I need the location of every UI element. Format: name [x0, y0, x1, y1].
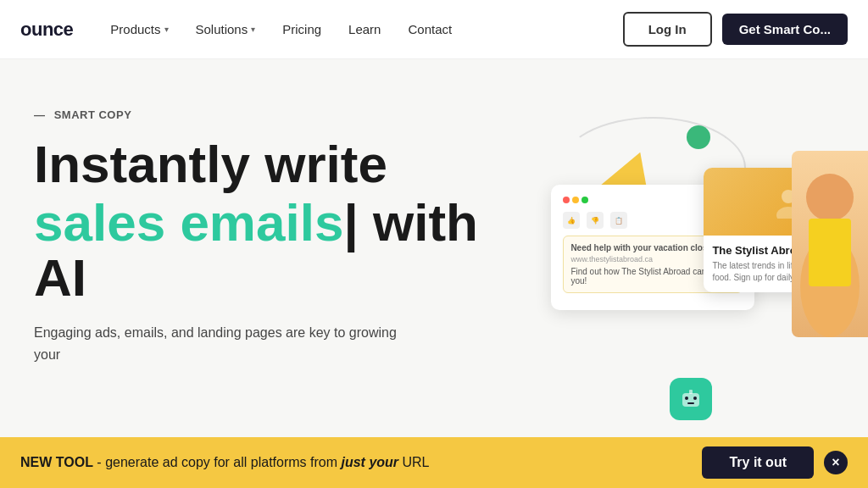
logo[interactable]: ounce — [20, 19, 73, 41]
person-image — [792, 151, 868, 337]
nav-item-solutions[interactable]: Solutions ▾ — [186, 15, 266, 43]
person-silhouette — [792, 151, 868, 337]
banner-desc-after: URL — [398, 455, 429, 469]
svg-rect-8 — [687, 402, 694, 404]
nav-item-products[interactable]: Products ▾ — [100, 15, 178, 43]
svg-rect-5 — [682, 393, 699, 407]
login-button[interactable]: Log In — [623, 12, 712, 47]
nav-links: Products ▾ Solutions ▾ Pricing Learn Con… — [100, 15, 462, 43]
chevron-down-icon: ▾ — [164, 25, 169, 34]
banner-right: Try it out × — [702, 446, 848, 479]
nav-item-pricing[interactable]: Pricing — [272, 15, 331, 43]
bot-icon — [670, 378, 712, 420]
promo-banner: NEW TOOL - generate ad copy for all plat… — [0, 437, 868, 488]
dot-yellow — [572, 197, 579, 203]
hero-section: — SMART COPY Instantly write sales email… — [0, 59, 868, 437]
new-tool-label: NEW TOOL — [20, 455, 93, 469]
window-dots — [563, 197, 588, 203]
banner-text: NEW TOOL - generate ad copy for all plat… — [20, 455, 430, 470]
chevron-down-icon: ▾ — [251, 25, 255, 34]
close-banner-button[interactable]: × — [824, 451, 848, 474]
nav-item-learn[interactable]: Learn — [338, 15, 391, 43]
hero-title-line1: Instantly write — [34, 136, 534, 191]
svg-point-7 — [693, 396, 697, 400]
hero-green-text: sales emails — [34, 193, 343, 252]
dot-red — [563, 197, 570, 203]
get-smartcopy-button[interactable]: Get Smart Co... — [722, 14, 848, 45]
thumbs-down-icon: 👎 — [587, 212, 604, 229]
nav-item-contact[interactable]: Contact — [398, 15, 462, 43]
banner-desc-before: - generate ad copy for all platforms fro… — [93, 455, 342, 469]
label-dash: — — [34, 108, 46, 121]
label-text: SMART COPY — [54, 108, 132, 121]
banner-italic: just your — [342, 455, 399, 469]
copy-icon: 📋 — [610, 212, 627, 229]
dot-green — [581, 197, 588, 203]
navbar-left: ounce Products ▾ Solutions ▾ Pricing Lea… — [20, 15, 462, 43]
svg-rect-9 — [689, 390, 693, 394]
hero-visual: 👍 👎 📋 Need help with your vacation close… — [534, 100, 868, 437]
navbar: ounce Products ▾ Solutions ▾ Pricing Lea… — [0, 0, 868, 59]
navbar-right: Log In Get Smart Co... — [623, 12, 848, 47]
bot-svg — [678, 386, 704, 412]
svg-point-2 — [806, 174, 854, 221]
hero-content: — SMART COPY Instantly write sales email… — [34, 100, 534, 437]
hero-title-line2: sales emails| with AI — [34, 195, 534, 305]
svg-point-6 — [685, 396, 688, 400]
smart-copy-label: — SMART COPY — [34, 108, 534, 121]
hero-subtitle: Engaging ads, emails, and landing pages … — [34, 322, 424, 365]
try-it-out-button[interactable]: Try it out — [702, 446, 814, 479]
svg-rect-4 — [809, 219, 851, 286]
thumbs-up-icon: 👍 — [563, 212, 580, 229]
